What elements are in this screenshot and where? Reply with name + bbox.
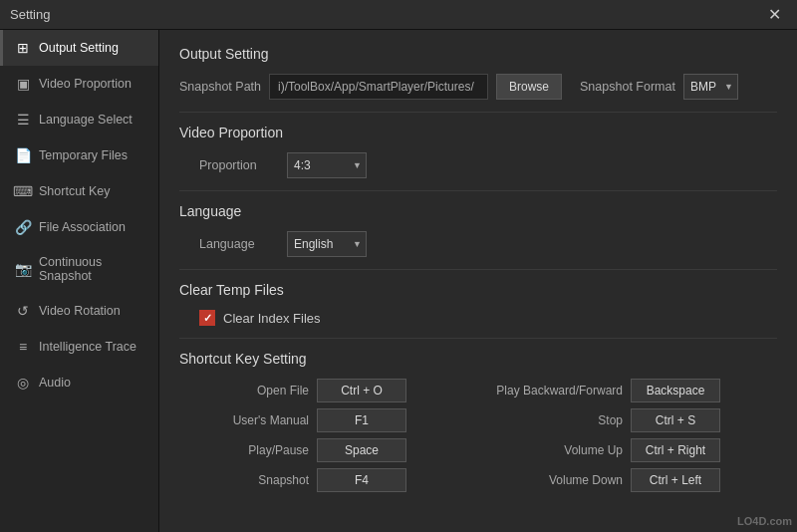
separator-1	[179, 112, 777, 113]
clear-index-checkbox[interactable]	[199, 310, 215, 326]
shortcut-key-left-0: Ctrl + O	[317, 379, 406, 402]
proportion-wrapper: 4:3 16:9 Original	[287, 152, 367, 178]
close-button[interactable]: ✕	[762, 3, 787, 26]
intelligence-trace-label: Intelligence Trace	[39, 340, 136, 354]
proportion-row: Proportion 4:3 16:9 Original	[199, 152, 777, 178]
language-select-label: Language Select	[39, 113, 133, 127]
main-layout: ⊞ Output Setting ▣ Video Proportion ☰ La…	[0, 30, 797, 532]
sidebar-item-file-association[interactable]: 🔗 File Association	[0, 209, 158, 245]
sidebar-item-video-proportion[interactable]: ▣ Video Proportion	[0, 66, 158, 102]
sidebar-item-continuous-snapshot[interactable]: 📷 Continuous Snapshot	[0, 245, 158, 293]
temporary-files-icon: 📄	[15, 147, 31, 163]
proportion-select[interactable]: 4:3 16:9 Original	[287, 152, 367, 178]
continuous-snapshot-label: Continuous Snapshot	[39, 255, 146, 283]
snapshot-format-wrapper: BMP JPG PNG	[683, 74, 738, 100]
shortcut-row-right-3: Volume Down Ctrl + Left	[493, 468, 777, 492]
file-association-icon: 🔗	[15, 219, 31, 235]
continuous-snapshot-icon: 📷	[15, 261, 31, 277]
shortcut-label-right-2: Volume Up	[493, 443, 623, 457]
shortcut-row-left-2: Play/Pause Space	[179, 438, 463, 462]
shortcut-key-icon: ⌨	[15, 183, 31, 199]
shortcut-grid: Open File Ctrl + O Play Backward/Forward…	[179, 379, 777, 492]
shortcut-label-right-1: Stop	[493, 413, 623, 427]
shortcut-key-right-2: Ctrl + Right	[631, 438, 720, 462]
clear-index-row: Clear Index Files	[199, 310, 777, 326]
shortcut-label-left-0: Open File	[179, 384, 309, 398]
snapshot-path-value: i)/ToolBox/App/SmartPlayer/Pictures/	[269, 74, 488, 100]
sidebar-item-video-rotation[interactable]: ↺ Video Rotation	[0, 293, 158, 329]
snapshot-path-row: Snapshot Path i)/ToolBox/App/SmartPlayer…	[179, 74, 777, 100]
video-rotation-icon: ↺	[15, 303, 31, 319]
output-setting-icon: ⊞	[15, 40, 31, 56]
watermark: LO4D.com	[737, 515, 792, 527]
separator-2	[179, 190, 777, 191]
snapshot-path-label: Snapshot Path	[179, 80, 261, 94]
separator-3	[179, 269, 777, 270]
sidebar-item-shortcut-key[interactable]: ⌨ Shortcut Key	[0, 173, 158, 209]
shortcut-label-left-2: Play/Pause	[179, 443, 309, 457]
clear-temp-title: Clear Temp Files	[179, 282, 777, 298]
language-wrapper: English Chinese Spanish	[287, 231, 367, 257]
sidebar-item-temporary-files[interactable]: 📄 Temporary Files	[0, 137, 158, 173]
shortcut-row-left-1: User's Manual F1	[179, 408, 463, 432]
intelligence-trace-icon: ≡	[15, 339, 31, 355]
temporary-files-label: Temporary Files	[39, 148, 128, 162]
sidebar-item-audio[interactable]: ◎ Audio	[0, 365, 158, 400]
content-area: Output Setting Snapshot Path i)/ToolBox/…	[159, 30, 797, 532]
shortcut-row-left-3: Snapshot F4	[179, 468, 463, 492]
language-title: Language	[179, 203, 777, 219]
shortcut-label-right-3: Volume Down	[493, 473, 623, 487]
shortcut-row-right-2: Volume Up Ctrl + Right	[493, 438, 777, 462]
clear-index-label: Clear Index Files	[223, 311, 321, 326]
shortcut-key-left-1: F1	[317, 408, 406, 432]
shortcut-row-left-0: Open File Ctrl + O	[179, 379, 463, 402]
sidebar-item-intelligence-trace[interactable]: ≡ Intelligence Trace	[0, 329, 158, 365]
proportion-label: Proportion	[199, 158, 279, 172]
video-proportion-label: Video Proportion	[39, 77, 132, 91]
audio-icon: ◎	[15, 375, 31, 391]
audio-label: Audio	[39, 376, 71, 390]
shortcut-key-left-2: Space	[317, 438, 406, 462]
shortcut-label-left-3: Snapshot	[179, 473, 309, 487]
video-rotation-label: Video Rotation	[39, 304, 121, 318]
output-setting-title: Output Setting	[179, 46, 777, 62]
snapshot-format-label: Snapshot Format	[580, 80, 675, 94]
language-select[interactable]: English Chinese Spanish	[287, 231, 367, 257]
shortcut-key-right-0: Backspace	[631, 379, 720, 402]
language-row: Language English Chinese Spanish	[199, 231, 777, 257]
shortcut-row-right-0: Play Backward/Forward Backspace	[493, 379, 777, 402]
video-proportion-title: Video Proportion	[179, 125, 777, 140]
sidebar-item-output-setting[interactable]: ⊞ Output Setting	[0, 30, 158, 66]
snapshot-format-select[interactable]: BMP JPG PNG	[683, 74, 738, 100]
shortcut-label-left-1: User's Manual	[179, 413, 309, 427]
shortcut-title: Shortcut Key Setting	[179, 351, 777, 367]
shortcut-key-label: Shortcut Key	[39, 184, 111, 198]
language-label: Language	[199, 237, 279, 251]
separator-4	[179, 338, 777, 339]
video-proportion-icon: ▣	[15, 76, 31, 92]
shortcut-label-right-0: Play Backward/Forward	[493, 384, 623, 398]
window-title: Setting	[10, 7, 50, 22]
sidebar-item-language-select[interactable]: ☰ Language Select	[0, 102, 158, 137]
browse-button[interactable]: Browse	[496, 74, 562, 100]
output-setting-label: Output Setting	[39, 41, 119, 55]
title-bar: Setting ✕	[0, 0, 797, 30]
shortcut-row-right-1: Stop Ctrl + S	[493, 408, 777, 432]
file-association-label: File Association	[39, 220, 126, 234]
shortcut-key-right-3: Ctrl + Left	[631, 468, 720, 492]
shortcut-key-right-1: Ctrl + S	[631, 408, 720, 432]
shortcut-key-left-3: F4	[317, 468, 406, 492]
language-select-icon: ☰	[15, 112, 31, 128]
sidebar: ⊞ Output Setting ▣ Video Proportion ☰ La…	[0, 30, 159, 532]
